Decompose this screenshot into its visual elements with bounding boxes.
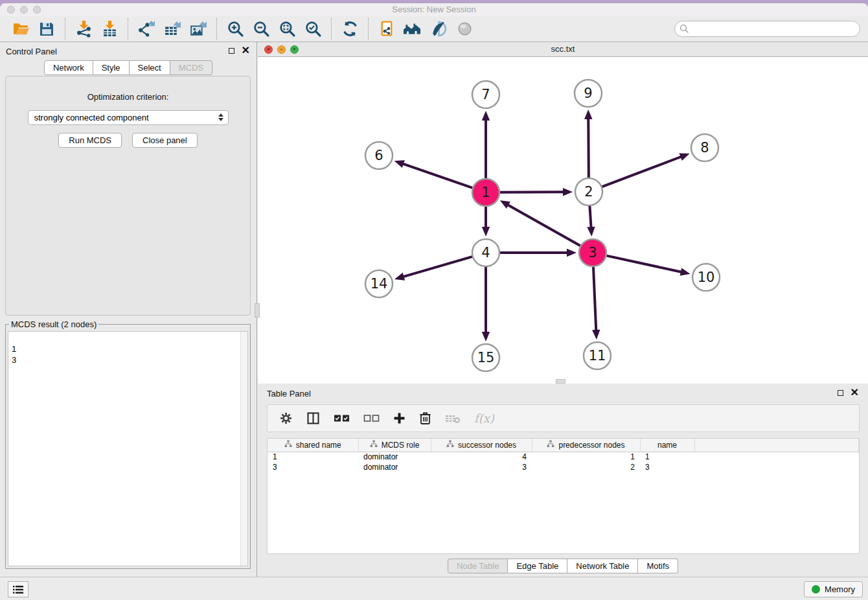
toolbar-separator	[65, 18, 65, 40]
create-column-icon[interactable]	[393, 412, 405, 424]
close-panel-button[interactable]: Close panel	[132, 133, 198, 148]
tab-motifs[interactable]: Motifs	[638, 559, 678, 573]
content-area: Control Panel ✕ NetworkStyleSelectMCDS O…	[0, 42, 868, 577]
window-minimize-icon[interactable]	[20, 6, 28, 14]
edge-arrowhead	[592, 330, 600, 340]
window-zoom-icon[interactable]	[33, 6, 41, 14]
graph-node-label: 14	[371, 276, 388, 292]
column-header-name[interactable]: name	[640, 439, 694, 452]
close-panel-icon[interactable]: ✕	[242, 47, 250, 54]
cell: 1	[532, 452, 640, 462]
table-settings-icon[interactable]	[279, 411, 293, 425]
mcds-result-list[interactable]: 1 3	[8, 331, 248, 566]
vertical-split-handle[interactable]	[255, 303, 260, 317]
clone-network-icon[interactable]	[376, 19, 397, 40]
status-bar: Memory	[0, 577, 868, 600]
import-table-icon[interactable]	[99, 19, 120, 40]
zoom-out-icon[interactable]	[251, 19, 271, 40]
toggle-panel-layout-icon[interactable]	[306, 411, 320, 425]
optimization-criterion-label: Optimization criterion:	[6, 92, 250, 102]
criterion-selected-value: strongly connected component	[34, 113, 149, 122]
graph-node-label: 8	[700, 140, 709, 156]
edge-arrowhead	[587, 227, 595, 237]
tab-network[interactable]: Network	[44, 60, 93, 75]
cell: 3	[640, 462, 694, 472]
node-table-grid[interactable]: shared nameMCDS rolesuccessor nodesprede…	[268, 439, 859, 472]
zoom-fit-icon[interactable]	[277, 19, 297, 40]
edge-arrowhead	[394, 160, 405, 168]
network-maximize-icon[interactable]: +	[290, 45, 299, 54]
tab-style[interactable]: Style	[93, 60, 130, 75]
mcds-result-title: MCDS result (2 nodes)	[9, 319, 98, 329]
edge-3-10[interactable]	[606, 256, 681, 272]
app-window: Session: New Session	[0, 3, 868, 600]
search-input[interactable]	[674, 21, 860, 37]
tab-select[interactable]: Select	[130, 60, 170, 75]
memory-status-icon	[812, 585, 820, 594]
edge-2-9[interactable]	[588, 118, 589, 178]
select-all-columns-icon[interactable]	[334, 414, 350, 422]
save-session-icon[interactable]	[36, 19, 57, 40]
export-table-icon[interactable]	[162, 19, 183, 40]
show-neighbors-icon[interactable]	[402, 19, 423, 40]
network-minimize-icon[interactable]: −	[277, 45, 286, 54]
list-icon	[12, 584, 25, 595]
cell: 1	[640, 452, 694, 462]
cell: 2	[532, 462, 640, 472]
column-header-shared-name[interactable]: shared name	[268, 439, 358, 452]
edge-2-3[interactable]	[589, 206, 591, 228]
zoom-selected-icon[interactable]	[303, 19, 323, 40]
window-close-icon[interactable]	[7, 6, 15, 14]
close-table-panel-icon[interactable]: ✕	[851, 389, 859, 396]
sort-icon	[370, 440, 378, 450]
tab-edge-table[interactable]: Edge Table	[508, 559, 567, 573]
graphics-details-icon[interactable]	[428, 19, 449, 40]
memory-button[interactable]: Memory	[804, 581, 863, 597]
toolbar-separator	[128, 18, 128, 40]
float-panel-icon[interactable]	[229, 48, 234, 54]
edge-1-2[interactable]	[500, 192, 564, 192]
table-panel: Table Panel ✕	[258, 384, 868, 577]
mcds-tab-content: Optimization criterion: strongly connect…	[5, 76, 251, 316]
zoom-in-icon[interactable]	[225, 19, 246, 40]
unselect-all-columns-icon[interactable]	[363, 414, 380, 422]
edge-arrowhead	[394, 273, 405, 281]
task-history-button[interactable]	[8, 581, 29, 597]
table-row[interactable]: 1dominator411	[268, 452, 859, 462]
column-header-predecessor-nodes[interactable]: predecessor nodes	[532, 439, 640, 452]
export-network-icon[interactable]	[136, 19, 157, 40]
apply-preferred-layout-icon[interactable]	[339, 19, 360, 40]
result-scrollbar[interactable]	[240, 332, 247, 566]
tab-node-table[interactable]: Node Table	[448, 559, 508, 573]
cell: 4	[431, 452, 532, 462]
float-table-panel-icon[interactable]	[838, 390, 843, 396]
cell: 3	[268, 462, 358, 472]
export-image-icon[interactable]	[188, 19, 209, 40]
mcds-result-values: 1 3	[12, 344, 16, 365]
edge-3-1[interactable]	[507, 205, 580, 246]
tab-mcds[interactable]: MCDS	[170, 60, 212, 75]
horizontal-split-handle[interactable]	[556, 379, 565, 384]
column-header-mcds-role[interactable]: MCDS role	[358, 439, 431, 452]
edge-4-14[interactable]	[402, 257, 472, 277]
run-mcds-button[interactable]: Run MCDS	[58, 133, 122, 148]
edge-arrowhead	[563, 188, 573, 196]
criterion-select[interactable]: strongly connected component	[28, 110, 229, 125]
table-row[interactable]: 3dominator323	[268, 462, 859, 472]
mcds-result-group: MCDS result (2 nodes) 1 3	[5, 319, 251, 569]
column-header-successor-nodes[interactable]: successor nodes	[431, 439, 532, 452]
tab-network-table[interactable]: Network Table	[567, 559, 638, 573]
network-view-window: × − + scc.txt 7968124314101511	[258, 42, 868, 384]
open-session-icon[interactable]	[10, 19, 31, 40]
edge-2-8[interactable]	[602, 156, 682, 187]
network-close-icon[interactable]: ×	[264, 45, 273, 54]
network-graph[interactable]: 7968124314101511	[258, 57, 868, 383]
graph-node-label: 1	[481, 185, 490, 200]
edge-1-6[interactable]	[402, 163, 472, 187]
search-icon	[680, 24, 689, 34]
import-network-icon[interactable]	[73, 19, 94, 40]
edge-3-11[interactable]	[593, 267, 596, 331]
delete-columns-icon[interactable]	[419, 411, 431, 425]
toolbar-separator	[331, 18, 332, 40]
graph-node-label: 2	[584, 184, 593, 200]
